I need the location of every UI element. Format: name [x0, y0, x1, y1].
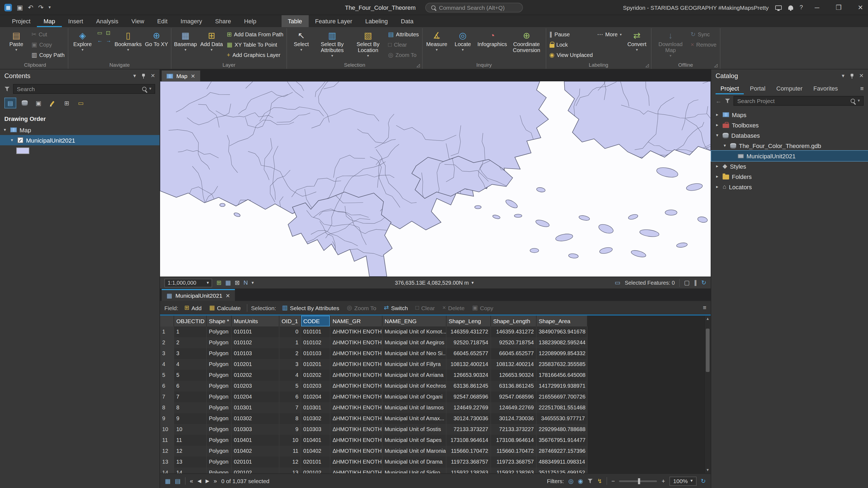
chevron-down-icon[interactable]: ▾ — [858, 99, 860, 103]
redo-icon[interactable]: ↷ — [38, 4, 44, 10]
cell-code[interactable]: 010102 — [301, 337, 330, 348]
command-search[interactable] — [425, 2, 523, 12]
symbol-swatch[interactable] — [16, 147, 29, 154]
help-icon[interactable]: ? — [800, 4, 803, 10]
table-row-1[interactable]: 11Polygon0101010010101ΔΗΜΟΤΙΚΗ ΕΝΟΤΗΤΑ..… — [160, 326, 588, 337]
restore-button[interactable]: ❒ — [831, 0, 846, 14]
ribbon-button-infographics[interactable]: ◔Infographics — [476, 29, 508, 48]
screen-share-icon[interactable] — [775, 5, 782, 9]
ribbon-button-select-by-location[interactable]: ▧Select By Location▾ — [351, 29, 385, 59]
cell-shape-leng[interactable]: 92520.718754 — [446, 337, 491, 348]
cell-oid-1[interactable]: 1 — [279, 337, 301, 348]
contextual-tab-data[interactable]: Data — [394, 15, 420, 27]
cell-shape-leng[interactable]: 146359.431272 — [446, 326, 491, 337]
cell-shape-length[interactable]: 173108.964614 — [491, 435, 536, 446]
ribbon-button-select-by-attributes[interactable]: ▥Select By Attributes▾ — [315, 29, 350, 59]
cell-shape[interactable]: Polygon — [207, 326, 231, 337]
row-number[interactable]: 10 — [160, 424, 174, 435]
cell-shape[interactable]: Polygon — [207, 381, 231, 391]
column-header-shape-area[interactable]: Shape_Area — [536, 316, 588, 326]
ribbon-tab-share[interactable]: Share — [209, 15, 238, 27]
cell-mununits[interactable]: 010302 — [231, 413, 279, 424]
table-row-2[interactable]: 22Polygon0101021010102ΔΗΜΟΤΙΚΗ ΕΝΟΤΗΤΑ..… — [160, 337, 588, 348]
expand-icon[interactable]: ▸ — [714, 123, 720, 127]
contents-toolbar-labeling-tag[interactable]: ▭ — [75, 98, 87, 108]
cell-oid-1[interactable]: 13 — [279, 467, 301, 474]
contents-toolbar-selection-list[interactable]: ▣ — [33, 98, 44, 108]
table-menu-icon[interactable]: ≡ — [703, 305, 706, 311]
cell-shape-area[interactable]: 216556697.700726 — [536, 391, 588, 402]
column-header-name-eng[interactable]: NAME_ENG — [382, 316, 446, 326]
cell-name-gr[interactable]: ΔΗΜΟΤΙΚΗ ΕΝΟΤΗΤΑ... — [330, 381, 382, 391]
form-view-icon[interactable]: ▤ — [175, 478, 181, 484]
cell-shape[interactable]: Polygon — [207, 457, 231, 467]
cell-name-gr[interactable]: ΔΗΜΟΤΙΚΗ ΕΝΟΤΗΤΑ... — [330, 359, 382, 370]
cell-shape[interactable]: Polygon — [207, 446, 231, 457]
ribbon-button-add-data-from-path[interactable]: ⊞Add Data From Path — [225, 29, 285, 39]
expand-icon[interactable]: ▸ — [714, 164, 720, 169]
cell-shape-area[interactable]: 141729919.938971 — [536, 381, 588, 391]
table-view-icon[interactable]: ▦ — [165, 478, 170, 484]
cell-shape-area[interactable]: 356767951.914477 — [536, 435, 588, 446]
contents-toolbar-data-source[interactable] — [19, 98, 30, 108]
ribbon-tab-project[interactable]: Project — [5, 15, 37, 27]
catalog-item-locators[interactable]: ▸⌂Locators — [711, 182, 868, 192]
table-row-13[interactable]: 1313Polygon02010112020101ΔΗΜΟΤΙΚΗ ΕΝΟΤΗΤ… — [160, 457, 588, 467]
refresh-icon[interactable]: ↻ — [701, 478, 706, 484]
collapse-icon[interactable]: ▾ — [9, 138, 14, 142]
cell-code[interactable]: 010303 — [301, 424, 330, 435]
row-selector-header[interactable] — [160, 316, 174, 326]
expand-icon[interactable]: ▸ — [714, 112, 720, 117]
collapse-icon[interactable]: ▾ — [722, 143, 727, 148]
filter-icon[interactable] — [725, 98, 730, 103]
refresh-icon[interactable]: ↻ — [702, 280, 706, 286]
dialog-launcher-icon[interactable]: ◿ — [646, 63, 649, 68]
map-canvas[interactable] — [160, 82, 711, 276]
cell-objectid[interactable]: 12 — [174, 446, 207, 457]
filter-icon[interactable] — [4, 87, 10, 91]
cell-shape-length[interactable]: 115660.170472 — [491, 446, 536, 457]
table-row-11[interactable]: 1111Polygon01040110010401ΔΗΜΟΤΙΚΗ ΕΝΟΤΗΤ… — [160, 435, 588, 446]
column-header-shape-length[interactable]: Shape_Length — [491, 316, 536, 326]
cell-name-eng[interactable]: Municipal Unit of Komot... — [382, 326, 446, 337]
cell-name-eng[interactable]: Municipal Unit of Fillyra — [382, 359, 446, 370]
cell-name-gr[interactable]: ΔΗΜΟΤΙΚΗ ΕΝΟΤΗΤΑ... — [330, 337, 382, 348]
cell-shape-leng[interactable]: 108132.400214 — [446, 359, 491, 370]
ribbon-button-basemap[interactable]: ▦Basemap▾ — [173, 29, 198, 53]
ribbon-button-add-graphics-layer[interactable]: +Add Graphics Layer — [225, 50, 285, 60]
table-row-4[interactable]: 44Polygon0102013010201ΔΗΜΟΤΙΚΗ ΕΝΟΤΗΤΑ..… — [160, 359, 588, 370]
catalog-tab-computer[interactable]: Computer — [771, 83, 807, 94]
ribbon-button-bookmarks[interactable]: ▯Bookmarks▾ — [113, 29, 143, 53]
layer-visibility-checkbox[interactable]: ✓ — [18, 137, 23, 143]
cell-shape-length[interactable]: 119723.368757 — [491, 457, 536, 467]
cell-name-gr[interactable]: ΔΗΜΟΤΙΚΗ ΕΝΟΤΗΤΑ... — [330, 467, 382, 474]
cell-code[interactable]: 020102 — [301, 467, 330, 474]
cell-mununits[interactable]: 010203 — [231, 381, 279, 391]
catalog-item-municipalunit2021[interactable]: MunicipalUnit2021 — [711, 151, 868, 161]
dialog-launcher-icon[interactable]: ◿ — [416, 63, 420, 68]
cell-shape-leng[interactable]: 119723.368757 — [446, 457, 491, 467]
cell-shape-length[interactable]: 92547.068596 — [491, 391, 536, 402]
customize-qat-icon[interactable]: ▾ — [49, 5, 51, 9]
contents-search-input[interactable] — [17, 86, 140, 92]
auto-apply-icon[interactable]: ↯ — [597, 478, 602, 484]
catalog-item-maps[interactable]: ▸Maps — [711, 109, 868, 120]
coordinate-readout[interactable]: 376,635.13E 4,082,529.00N m ▾ — [395, 280, 474, 286]
cell-objectid[interactable]: 4 — [174, 359, 207, 370]
cell-name-gr[interactable]: ΔΗΜΟΤΙΚΗ ΕΝΟΤΗΤΑ... — [330, 457, 382, 467]
constraint-icon[interactable]: ⊠ — [235, 280, 240, 286]
cell-shape-length[interactable]: 72133.373227 — [491, 424, 536, 435]
cell-objectid[interactable]: 1 — [174, 326, 207, 337]
row-number[interactable]: 6 — [160, 381, 174, 391]
cell-name-gr[interactable]: ΔΗΜΟΤΙΚΗ ΕΝΟΤΗΤΑ Ι... — [330, 402, 382, 413]
ribbon-tab-imagery[interactable]: Imagery — [174, 15, 209, 27]
cell-code[interactable]: 010202 — [301, 370, 330, 381]
ribbon-button-add-data[interactable]: ⊞Add Data▾ — [199, 29, 224, 53]
cell-objectid[interactable]: 11 — [174, 435, 207, 446]
cell-shape-leng[interactable]: 63136.861245 — [446, 381, 491, 391]
catalog-tab-portal[interactable]: Portal — [745, 83, 771, 94]
column-header-shape[interactable]: Shape * — [207, 316, 231, 326]
ribbon-button-view-unplaced[interactable]: ◉View Unplaced — [548, 50, 594, 60]
cell-oid-1[interactable]: 3 — [279, 359, 301, 370]
cell-name-eng[interactable]: Municipal Unit of Amax... — [382, 413, 446, 424]
